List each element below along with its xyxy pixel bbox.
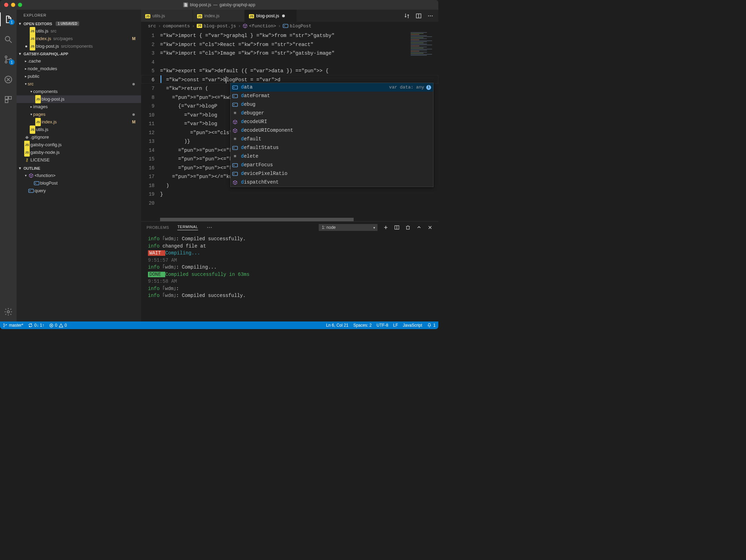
- open-editor-item[interactable]: ●JSblog-post.jssrc/components: [17, 43, 141, 50]
- suggest-item[interactable]: debug: [231, 100, 433, 109]
- breadcrumb-seg[interactable]: components: [163, 24, 190, 29]
- status-cursor-pos[interactable]: Ln 6, Col 21: [326, 323, 348, 328]
- new-terminal-icon[interactable]: [383, 225, 389, 230]
- tree-item[interactable]: JSblog-post.js: [17, 95, 141, 103]
- breadcrumb-seg[interactable]: blogPost: [283, 24, 311, 29]
- status-encoding[interactable]: UTF-8: [376, 323, 388, 328]
- panel-more-icon[interactable]: [206, 224, 213, 231]
- outline-tree: ▾<function>blogPostquery: [17, 172, 141, 195]
- suggest-item[interactable]: dispatchEvent: [231, 178, 433, 187]
- tree-item[interactable]: ▸images: [17, 103, 141, 111]
- svg-point-33: [234, 173, 234, 174]
- breadcrumb-seg[interactable]: src: [148, 24, 156, 29]
- tree-item[interactable]: JSindex.jsM: [17, 118, 141, 126]
- js-icon: JS: [30, 42, 35, 50]
- suggest-item[interactable]: devicePixelRatio: [231, 169, 433, 178]
- svg-rect-8: [9, 96, 11, 99]
- minimap[interactable]: [409, 30, 433, 68]
- breadcrumb-seg[interactable]: JSblog-post.js: [197, 24, 236, 29]
- status-language[interactable]: JavaScript: [403, 323, 422, 328]
- status-branch[interactable]: master*: [3, 323, 23, 328]
- breadcrumb-seg[interactable]: <function>: [243, 24, 276, 29]
- open-editors-header[interactable]: ▾ OPEN EDITORS 1 UNSAVED: [17, 20, 141, 27]
- svg-point-29: [234, 147, 234, 148]
- tree-item[interactable]: JSutils.js: [17, 126, 141, 133]
- suggest-widget[interactable]: datavar data: anyidateFormatdebug≡debugg…: [230, 83, 433, 187]
- activity-debug[interactable]: [0, 73, 17, 86]
- horizontal-scrollbar[interactable]: [160, 218, 354, 221]
- unsaved-badge: 1 UNSAVED: [56, 21, 80, 26]
- outline-item[interactable]: blogPost: [17, 179, 141, 187]
- close-panel-icon[interactable]: [427, 225, 433, 230]
- activity-explorer[interactable]: 1: [0, 12, 17, 26]
- svg-point-40: [3, 326, 4, 327]
- editor-tab[interactable]: JSblog-post.js: [245, 10, 297, 22]
- editor[interactable]: 1234567891011121314151617181920 ="kw">im…: [141, 30, 438, 221]
- outline-item[interactable]: ▾<function>: [17, 172, 141, 179]
- activity-bar: 1 1: [0, 10, 17, 321]
- tree-item[interactable]: ▸node_modules: [17, 65, 141, 73]
- terminal-body[interactable]: info ｢wdm｣: Compiled successfully.info c…: [141, 233, 438, 321]
- code-area[interactable]: ="kw">import { ="var">graphql } ="kw">fr…: [160, 30, 438, 221]
- suggest-item[interactable]: datavar data: anyi: [231, 83, 433, 92]
- svg-rect-20: [283, 24, 288, 28]
- open-editor-item[interactable]: JSindex.jssrc/pagesM: [17, 35, 141, 43]
- outline-header[interactable]: ▾ OUTLINE: [17, 165, 141, 172]
- activity-scm[interactable]: 1: [0, 53, 17, 66]
- maximize-panel-icon[interactable]: [416, 225, 422, 230]
- status-sync[interactable]: 0↓ 1↑: [28, 323, 44, 328]
- tree-item[interactable]: ⚷LICENSE: [17, 156, 141, 164]
- editor-tab[interactable]: JSutils.js: [141, 10, 193, 22]
- status-problems[interactable]: 0 0: [49, 323, 67, 328]
- activity-extensions[interactable]: [0, 93, 17, 106]
- tree-item[interactable]: ▸.cache: [17, 57, 141, 65]
- panel-tab-problems[interactable]: PROBLEMS: [147, 225, 169, 230]
- suggest-item[interactable]: ≡default: [231, 135, 433, 143]
- suggest-item[interactable]: defaultStatus: [231, 143, 433, 152]
- tree-item[interactable]: ◆.gitignore: [17, 133, 141, 141]
- split-terminal-icon[interactable]: [394, 225, 400, 230]
- tree-item[interactable]: ▾pages: [17, 111, 141, 118]
- tree-item[interactable]: ▾components: [17, 88, 141, 95]
- more-icon[interactable]: [427, 13, 433, 19]
- suggest-item[interactable]: dateFormat: [231, 92, 433, 100]
- svg-point-12: [35, 183, 36, 184]
- compare-changes-icon[interactable]: [404, 13, 410, 19]
- status-feedback[interactable]: 1: [427, 323, 436, 328]
- suggest-item[interactable]: decodeURI: [231, 118, 433, 126]
- js-icon: JS: [30, 27, 35, 35]
- suggest-item[interactable]: decodeURIComponent: [231, 126, 433, 135]
- cube-icon: [29, 173, 34, 178]
- titlebar: blog-post.js—gatsby-graphql-app: [0, 0, 438, 10]
- terminal-select[interactable]: 1: node: [319, 224, 377, 231]
- status-indentation[interactable]: Spaces: 2: [353, 323, 372, 328]
- project-header[interactable]: ▾ GATSBY-GRAPHQL-APP: [17, 50, 141, 57]
- sidebar-title: EXPLORER: [17, 10, 141, 20]
- kill-terminal-icon[interactable]: [405, 225, 411, 230]
- bell-icon: [427, 323, 432, 328]
- tree-item[interactable]: JSgatsby-config.js: [17, 141, 141, 149]
- svg-point-23: [234, 87, 234, 87]
- activity-settings[interactable]: [0, 305, 17, 319]
- suggest-item[interactable]: ≡debugger: [231, 109, 433, 118]
- svg-rect-24: [233, 94, 237, 98]
- suggest-item[interactable]: departFocus: [231, 161, 433, 169]
- open-editor-item[interactable]: JSutils.jssrc: [17, 27, 141, 35]
- split-editor-icon[interactable]: [416, 13, 422, 19]
- panel-tab-terminal[interactable]: TERMINAL: [177, 225, 198, 230]
- status-eol[interactable]: LF: [393, 323, 398, 328]
- open-editors-list: JSutils.jssrcJSindex.jssrc/pagesM●JSblog…: [17, 27, 141, 50]
- tree-item[interactable]: ▸public: [17, 73, 141, 80]
- tree-item[interactable]: ▾src: [17, 80, 141, 88]
- info-icon[interactable]: i: [426, 85, 431, 90]
- line-gutter: 1234567891011121314151617181920: [141, 30, 160, 221]
- breadcrumbs[interactable]: src›components›JSblog-post.js›<function>…: [141, 22, 438, 30]
- suggest-item[interactable]: ≡delete: [231, 152, 433, 161]
- status-bar: master* 0↓ 1↑ 0 0 Ln 6, Col 21 Spaces: 2…: [0, 321, 438, 329]
- tree-item[interactable]: JSgatsby-node.js: [17, 149, 141, 156]
- js-icon: JS: [24, 141, 30, 149]
- activity-search[interactable]: [0, 32, 17, 46]
- outline-item[interactable]: query: [17, 187, 141, 195]
- editor-tab[interactable]: JSindex.js: [193, 10, 245, 22]
- js-icon: JS: [35, 95, 41, 103]
